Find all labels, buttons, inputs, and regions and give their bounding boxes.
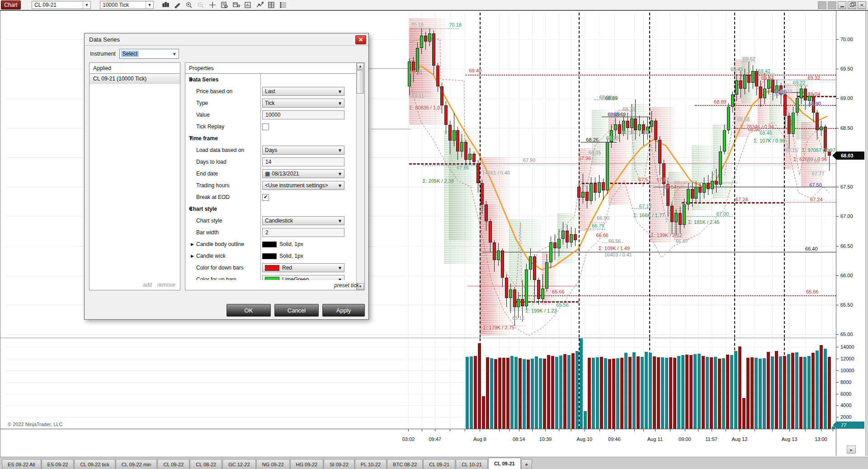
workspace-tab-ng-09-22[interactable]: NG 09-22: [256, 459, 290, 469]
toolbar-period-combo[interactable]: 10000 Tick ▼: [100, 1, 154, 9]
chart-type-icon[interactable]: [161, 1, 170, 9]
volume-bar: [755, 358, 758, 429]
add-link[interactable]: add: [143, 282, 152, 288]
volume-bar: [669, 357, 672, 429]
cancel-button[interactable]: Cancel: [274, 304, 319, 317]
workspace-tab-pl-10-22[interactable]: PL 10-22: [355, 459, 387, 469]
scroll-up-icon[interactable]: ▲: [357, 63, 364, 70]
ok-button[interactable]: OK: [226, 304, 271, 317]
property-value: Last: [265, 88, 275, 95]
expand-triangle-icon[interactable]: ▶: [191, 242, 194, 246]
volume-bar: [722, 358, 725, 429]
collapse-triangle-icon[interactable]: ▼: [189, 77, 193, 82]
price-annotation: 68.89: [605, 95, 618, 101]
line-style-swatch[interactable]: [262, 242, 277, 247]
volume-bar: [482, 396, 485, 429]
property-checkbox[interactable]: ✔: [262, 194, 269, 201]
session-separator: [649, 13, 650, 337]
applied-series-item[interactable]: CL 09-21 (10000 Tick): [90, 74, 180, 84]
volume-bar: [490, 358, 493, 429]
candle-body: [481, 183, 484, 204]
workspace-tab-gc-12-22[interactable]: GC 12-22: [222, 459, 256, 469]
collapse-triangle-icon[interactable]: ▼: [189, 207, 193, 211]
chevron-down-icon: ▼: [338, 277, 342, 280]
collapse-triangle-icon[interactable]: ▼: [189, 136, 193, 141]
list-menu-icon[interactable]: [278, 1, 288, 9]
workspace-tab-cl-09-21[interactable]: CL 09-21: [488, 458, 521, 469]
volume-pane[interactable]: [6, 338, 836, 429]
volume-axis[interactable]: 140001200010000800060004000200077: [836, 338, 865, 429]
close-icon[interactable]: ✕: [858, 1, 866, 9]
volume-bar: [738, 346, 741, 429]
property-dropdown[interactable]: ▦ 08/13/2021▼: [262, 169, 344, 178]
candle-body: [581, 192, 585, 198]
toolbar-instrument-combo[interactable]: CL 09-21 ▼: [32, 1, 91, 9]
workspace-tab-cl-10-21[interactable]: CL 10-21: [456, 459, 488, 469]
line-style-swatch[interactable]: [262, 253, 277, 259]
dialog-close-button[interactable]: ✕: [355, 35, 366, 44]
price-axis[interactable]: 70.0069.5069.0068.5067.5067.0066.5066.00…: [836, 13, 865, 337]
candle-wick: [510, 284, 511, 313]
time-nav-arrow[interactable]: ▸: [847, 445, 856, 454]
remove-link[interactable]: remove: [157, 282, 175, 288]
workspace-tab-hg-09-22[interactable]: HG 09-22: [290, 459, 324, 469]
property-dropdown[interactable]: Candlestick▼: [262, 216, 344, 225]
chart-menu-button[interactable]: Chart: [1, 0, 21, 9]
property-dropdown[interactable]: Last▼: [262, 87, 344, 96]
instrument-select[interactable]: Select ▼: [119, 49, 179, 59]
time-axis[interactable]: 03:0209:47Aug 808:1410:39Aug 1009:46Aug …: [0, 429, 836, 455]
workspace-tab-es-09-22-all[interactable]: ES 09-22 All: [2, 459, 41, 469]
property-dropdown[interactable]: LimeGreen▼: [262, 275, 344, 280]
price-annotation: 68.26: [586, 137, 599, 142]
properties-scrollbar[interactable]: ▲ ▼: [356, 63, 364, 290]
expand-triangle-icon[interactable]: ▶: [191, 254, 194, 258]
minimize-icon[interactable]: [838, 1, 846, 9]
draw-pencil-icon[interactable]: [173, 1, 182, 9]
trendline-icon[interactable]: [255, 1, 264, 9]
property-checkbox[interactable]: [262, 123, 269, 130]
add-tab-button[interactable]: +: [521, 459, 532, 469]
restore-icon[interactable]: [848, 1, 856, 9]
window-layout-icon[interactable]: [231, 1, 241, 9]
preset-link[interactable]: preset tick: [334, 282, 359, 289]
scrollbar-thumb[interactable]: [357, 70, 364, 94]
property-dropdown[interactable]: Days▼: [262, 146, 344, 155]
property-input[interactable]: 10000: [262, 110, 344, 119]
workspace-tab-si-09-22[interactable]: SI 09-22: [324, 459, 354, 469]
zoom-in-icon[interactable]: [184, 1, 193, 9]
candle-body: [509, 289, 512, 298]
workspace-tab-cl-09-21[interactable]: CL 09-21: [423, 459, 455, 469]
crosshair-marker: +: [828, 150, 831, 156]
candle-body: [521, 299, 524, 306]
volume-bar: [759, 359, 762, 429]
price-tick-label: 68.50: [840, 125, 853, 131]
time-tick: [634, 429, 635, 431]
candle-body: [424, 36, 427, 42]
price-annotation: 68.68: [737, 117, 750, 122]
property-value: Value10000: [185, 109, 357, 121]
candle-body: [460, 142, 463, 152]
workspace-tab-cl-08-22[interactable]: CL 08-22: [190, 459, 222, 469]
property-dropdown[interactable]: Red▼: [262, 263, 344, 272]
volume-bar: [779, 356, 782, 429]
property-input[interactable]: 2: [262, 228, 344, 237]
workspace-tab-cl-09-22-tick[interactable]: CL 09-22 tick: [74, 459, 115, 469]
property-dropdown[interactable]: <Use instrument settings>▼: [262, 181, 344, 190]
workspace-tab-cl-09-22[interactable]: CL 09-22: [157, 459, 189, 469]
volume-bar: [661, 357, 664, 429]
volume-bar: [506, 358, 509, 429]
apply-button[interactable]: Apply: [322, 304, 365, 317]
property-dropdown[interactable]: Tick▼: [262, 99, 344, 108]
crosshair-icon[interactable]: [208, 1, 217, 9]
workspace-tab-es-09-22[interactable]: ES 09-22: [42, 459, 74, 469]
analyzer-grid-icon[interactable]: [267, 1, 276, 9]
workspace-tab-cl-09-22-min[interactable]: CL 09-22 min: [116, 459, 157, 469]
zoom-out-icon[interactable]: [196, 1, 205, 9]
data-box-icon[interactable]: [220, 1, 229, 9]
candle-body: [566, 231, 569, 242]
workspace-tab-btc-08-22[interactable]: BTC 08-22: [387, 459, 423, 469]
candle-body: [687, 189, 690, 204]
price-tick: [836, 334, 839, 335]
property-input[interactable]: 14: [262, 157, 344, 166]
indicator-window-icon[interactable]: [243, 1, 252, 9]
